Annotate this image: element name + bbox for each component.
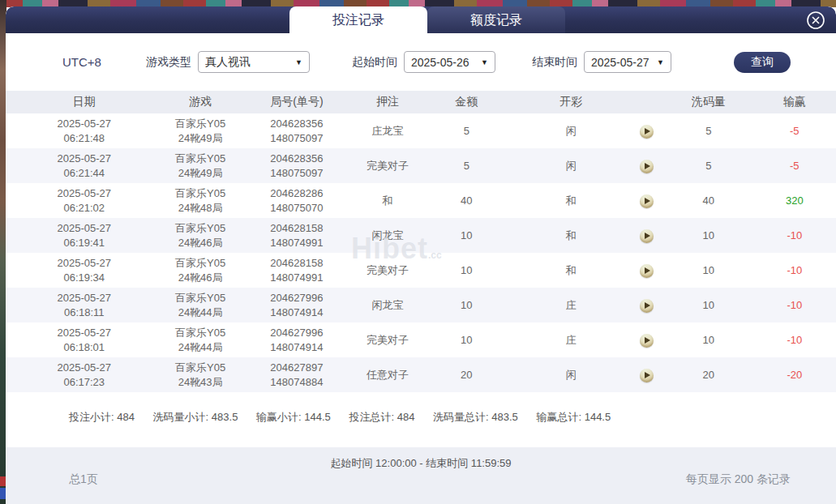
time-value: 06:17:23 xyxy=(6,375,163,390)
round-label: 24靴46局 xyxy=(163,236,238,250)
summary-label: 洗码量总计: xyxy=(433,411,489,423)
round-label: 24靴44局 xyxy=(163,340,238,355)
date-cell: 2025-05-27 06:21:02 xyxy=(6,183,163,218)
rolling-cell: 5 xyxy=(664,148,753,183)
bet-number: 204628158 xyxy=(238,256,355,271)
date-cell: 2025-05-27 06:21:48 xyxy=(6,113,163,148)
per-page-label: 每页显示 200 条记录 xyxy=(686,472,791,487)
game-name: 百家乐Y05 xyxy=(163,256,238,271)
start-date-value: 2025-05-26 xyxy=(411,56,469,69)
amount-cell: 10 xyxy=(420,288,513,322)
table-row: 2025-05-27 06:19:41 百家乐Y05 24靴46局 204628… xyxy=(6,218,836,253)
header-date: 日期 xyxy=(6,91,163,113)
time-value: 06:19:34 xyxy=(6,271,163,285)
close-icon[interactable] xyxy=(806,11,825,30)
header-winloss: 输赢 xyxy=(753,91,836,113)
tab-betting-records[interactable]: 投注记录 xyxy=(289,6,427,33)
bet-type-cell: 庄龙宝 xyxy=(355,113,420,148)
replay-play-icon[interactable] xyxy=(640,299,654,313)
timezone-label: UTC+8 xyxy=(62,55,101,69)
date-cell: 2025-05-27 06:18:01 xyxy=(6,322,163,357)
bet-type-cell: 任意对子 xyxy=(355,357,420,392)
summary-item: 输赢总计: 144.5 xyxy=(536,411,611,423)
summary-item: 洗码量总计: 483.5 xyxy=(433,411,521,423)
summary-totals: 投注小计: 484 洗码量小计: 483.5 输赢小计: 144.5 投注总计:… xyxy=(6,392,836,425)
summary-label: 洗码量小计: xyxy=(153,411,209,423)
date-value: 2025-05-27 xyxy=(6,221,163,236)
replay-play-icon[interactable] xyxy=(640,369,654,382)
winloss-value: -10 xyxy=(753,253,836,288)
game-name: 百家乐Y05 xyxy=(163,326,238,340)
end-date-value: 2025-05-27 xyxy=(591,56,650,69)
replay-play-icon[interactable] xyxy=(640,194,654,208)
replay-play-icon[interactable] xyxy=(640,229,654,243)
game-type-label: 游戏类型 xyxy=(146,55,191,70)
header-rolling: 洗码量 xyxy=(664,91,753,113)
game-cell: 百家乐Y05 24靴46局 xyxy=(163,253,238,288)
date-value: 2025-05-27 xyxy=(6,117,163,131)
tab-quota-records[interactable]: 额度记录 xyxy=(427,6,565,33)
chevron-down-icon: ▼ xyxy=(295,58,302,66)
game-name: 百家乐Y05 xyxy=(163,152,238,166)
order-number: 148074991 xyxy=(238,236,355,250)
bet-number: 204628158 xyxy=(238,221,355,236)
replay-play-icon[interactable] xyxy=(640,125,654,139)
bet-number: 204627996 xyxy=(238,291,355,305)
game-cell: 百家乐Y05 24靴49局 xyxy=(163,148,238,183)
winloss-value: -10 xyxy=(753,322,836,357)
round-number-cell: 204627996 148074914 xyxy=(238,288,355,322)
order-number: 148075097 xyxy=(238,166,355,181)
header-amount: 金额 xyxy=(420,91,513,113)
summary-label: 投注总计: xyxy=(349,411,394,423)
replay-cell xyxy=(629,183,664,218)
search-button[interactable]: 查询 xyxy=(734,52,791,73)
game-type-select[interactable]: 真人视讯 ▼ xyxy=(198,51,310,73)
replay-cell xyxy=(629,357,664,392)
table-body: 2025-05-27 06:21:48 百家乐Y05 24靴49局 204628… xyxy=(6,113,836,392)
table-row: 2025-05-27 06:18:01 百家乐Y05 24靴44局 204627… xyxy=(6,322,836,357)
replay-play-icon[interactable] xyxy=(640,160,654,173)
rolling-cell: 10 xyxy=(664,253,753,288)
rolling-cell: 5 xyxy=(664,113,753,148)
round-label: 24靴46局 xyxy=(163,271,238,285)
date-cell: 2025-05-27 06:21:44 xyxy=(6,148,163,183)
result-cell: 闲 xyxy=(513,148,629,183)
replay-cell xyxy=(629,148,664,183)
result-cell: 和 xyxy=(513,218,629,253)
table-row: 2025-05-27 06:21:02 百家乐Y05 24靴48局 204628… xyxy=(6,183,836,218)
time-value: 06:18:01 xyxy=(6,340,163,355)
time-value: 06:19:41 xyxy=(6,236,163,250)
date-value: 2025-05-27 xyxy=(6,186,163,201)
betting-records-modal: 投注记录 额度记录 UTC+8 游戏类型 真人视讯 ▼ 起始时间 2025-05… xyxy=(6,6,836,504)
summary-item: 投注小计: 484 xyxy=(69,411,138,423)
time-value: 06:21:44 xyxy=(6,166,163,181)
bet-type-cell: 闲龙宝 xyxy=(355,218,420,253)
header-bet: 押注 xyxy=(355,91,420,113)
date-value: 2025-05-27 xyxy=(6,291,163,305)
game-name: 百家乐Y05 xyxy=(163,221,238,236)
replay-cell xyxy=(629,113,664,148)
table-header-row: 日期 游戏 局号(单号) 押注 金额 开彩 洗码量 输赢 xyxy=(6,91,836,113)
amount-cell: 10 xyxy=(420,253,513,288)
rolling-cell: 20 xyxy=(664,357,753,392)
replay-play-icon[interactable] xyxy=(640,334,654,348)
winloss-value: -10 xyxy=(753,218,836,253)
time-value: 06:21:02 xyxy=(6,201,163,216)
game-cell: 百家乐Y05 24靴46局 xyxy=(163,218,238,253)
start-date-select[interactable]: 2025-05-26 ▼ xyxy=(404,51,495,73)
rolling-cell: 10 xyxy=(664,288,753,322)
page-count-label: 总1页 xyxy=(69,472,98,487)
date-cell: 2025-05-27 06:19:41 xyxy=(6,218,163,253)
replay-play-icon[interactable] xyxy=(640,264,654,278)
round-label: 24靴49局 xyxy=(163,131,238,146)
replay-cell xyxy=(629,288,664,322)
round-number-cell: 204627996 148074914 xyxy=(238,322,355,357)
result-cell: 闲 xyxy=(513,113,629,148)
summary-value: 483.5 xyxy=(491,411,518,423)
round-number-cell: 204628356 148075097 xyxy=(238,113,355,148)
bet-number: 204627897 xyxy=(238,361,355,375)
end-date-select[interactable]: 2025-05-27 ▼ xyxy=(584,51,671,73)
summary-label: 输赢小计: xyxy=(256,411,302,423)
chevron-down-icon: ▼ xyxy=(481,58,488,66)
order-number: 148074914 xyxy=(238,340,355,355)
